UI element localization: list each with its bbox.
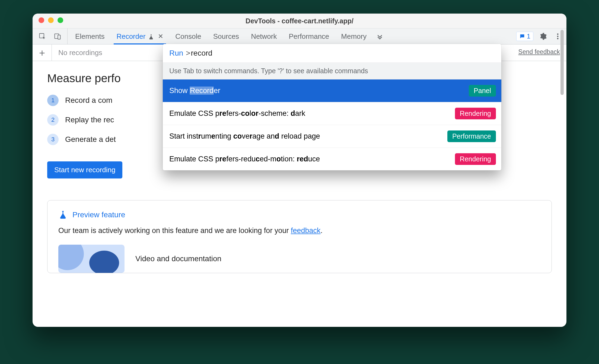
command-menu-prefix: Run	[169, 49, 183, 57]
command-menu-query: record	[191, 49, 212, 57]
minimize-window-button[interactable]	[48, 17, 54, 23]
feedback-link[interactable]: feedback	[291, 226, 321, 235]
titlebar: DevTools - coffee-cart.netlify.app/	[33, 14, 566, 28]
command-menu-item-label: Emulate CSS prefers-color-scheme: dark	[169, 109, 455, 118]
chevron-right-icon: >	[185, 49, 191, 57]
tab-label: Sources	[213, 32, 239, 41]
tab-elements[interactable]: Elements	[69, 28, 110, 44]
new-recording-button[interactable]: ＋	[33, 44, 52, 61]
command-menu-input[interactable]: Run >record	[163, 44, 501, 63]
tab-network[interactable]: Network	[245, 28, 283, 44]
close-tab-icon[interactable]: ✕	[157, 33, 163, 40]
window-controls	[39, 17, 63, 23]
preview-feature-title: Preview feature	[72, 210, 125, 219]
window-title: DevTools - coffee-cart.netlify.app/	[33, 17, 566, 25]
step-text: Replay the rec	[65, 116, 114, 124]
tab-recorder[interactable]: Recorder✕	[110, 28, 169, 44]
preview-feature-body: Our team is actively working on this fea…	[58, 226, 541, 235]
close-window-button[interactable]	[39, 17, 44, 23]
tab-memory[interactable]: Memory	[335, 28, 372, 44]
video-thumbnail[interactable]	[58, 245, 125, 273]
tab-label: Elements	[75, 32, 104, 41]
svg-point-4	[557, 36, 558, 37]
command-menu-hint: Use Tab to switch commands. Type '?' to …	[163, 63, 501, 79]
recordings-dropdown-label: No recordings	[58, 49, 102, 57]
tab-label: Memory	[341, 32, 367, 41]
command-menu-item-tag: Performance	[447, 130, 496, 142]
step-text: Record a com	[65, 96, 112, 105]
command-menu-item[interactable]: Start instrumenting coverage and reload …	[163, 125, 501, 148]
vertical-scrollbar[interactable]	[559, 30, 565, 326]
scrollbar-thumb[interactable]	[560, 30, 564, 95]
flask-icon	[58, 210, 68, 219]
flask-icon	[148, 33, 154, 39]
tab-label: Console	[175, 32, 201, 41]
maximize-window-button[interactable]	[58, 17, 63, 23]
tab-performance[interactable]: Performance	[283, 28, 335, 44]
tab-sources[interactable]: Sources	[207, 28, 245, 44]
step-number: 3	[47, 134, 59, 145]
recordings-dropdown[interactable]: No recordings	[52, 44, 109, 61]
step-number: 1	[47, 95, 59, 106]
more-tabs-button[interactable]	[372, 28, 387, 44]
svg-point-3	[557, 33, 558, 35]
command-menu-item[interactable]: Show RecorderPanel	[163, 79, 501, 102]
command-menu-item[interactable]: Emulate CSS prefers-color-scheme: darkRe…	[163, 102, 501, 125]
issues-badge[interactable]: 1	[516, 32, 533, 41]
start-new-recording-button[interactable]: Start new recording	[47, 161, 122, 178]
device-toolbar-icon[interactable]	[53, 31, 62, 41]
devtools-window: DevTools - coffee-cart.netlify.app/ Elem…	[33, 14, 566, 327]
video-title: Video and documentation	[135, 254, 221, 263]
command-menu-item-tag: Rendering	[455, 153, 496, 165]
command-menu-item-label: Show Recorder	[169, 87, 469, 95]
tab-label: Performance	[289, 32, 329, 41]
issues-count: 1	[527, 33, 530, 40]
svg-point-5	[557, 38, 558, 39]
command-menu-item-tag: Panel	[469, 85, 496, 97]
svg-rect-2	[58, 35, 60, 39]
tab-label: Network	[251, 32, 277, 41]
command-menu-item-tag: Rendering	[455, 108, 496, 119]
tab-console[interactable]: Console	[169, 28, 207, 44]
command-menu-item[interactable]: Emulate CSS prefers-reduced-motion: redu…	[163, 148, 501, 170]
step-text: Generate a det	[65, 135, 116, 144]
command-menu: Run >record Use Tab to switch commands. …	[163, 44, 501, 170]
send-feedback-link[interactable]: Send feedback	[518, 48, 560, 56]
panel-tab-strip: ElementsRecorder✕ConsoleSourcesNetworkPe…	[33, 28, 566, 44]
inspect-element-icon[interactable]	[37, 31, 47, 41]
settings-icon[interactable]	[538, 31, 548, 41]
command-menu-item-label: Start instrumenting coverage and reload …	[169, 132, 447, 141]
preview-feature-card: Preview feature Our team is actively wor…	[47, 200, 552, 273]
command-menu-item-label: Emulate CSS prefers-reduced-motion: redu…	[169, 155, 455, 163]
step-number: 2	[47, 114, 59, 126]
tab-label: Recorder	[116, 32, 145, 41]
